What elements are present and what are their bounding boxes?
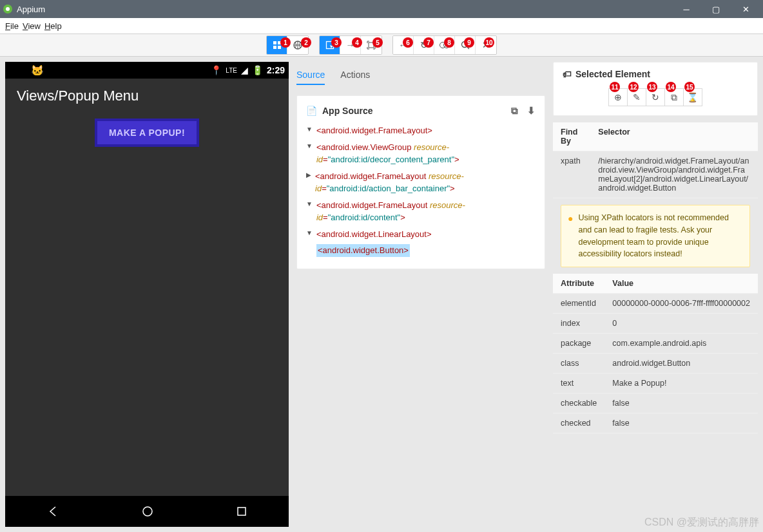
- tab-source[interactable]: Source: [296, 66, 325, 85]
- warning-text: Using XPath locators is not recommended …: [578, 212, 743, 260]
- table-row: checkablefalse: [553, 394, 758, 413]
- badge-5: 5: [372, 37, 383, 48]
- menu-help[interactable]: Help: [44, 21, 62, 31]
- selected-panel: 🏷Selected Element 11 12 13 14 15 ⊕ ✎ ↻ ⧉…: [553, 62, 758, 527]
- tab-actions[interactable]: Actions: [340, 66, 370, 85]
- nav-recent-icon[interactable]: [236, 506, 247, 517]
- th-selector: Selector: [590, 122, 758, 151]
- th-findby: Find By: [553, 122, 590, 151]
- window-titlebar: Appium ─ ▢ ✕: [0, 0, 763, 18]
- table-row: checkedfalse: [553, 413, 758, 433]
- device-screen[interactable]: 🐱 📍 LTE ◢ 🔋 2:29 Views/Popup Menu MAKE A…: [5, 62, 289, 527]
- battery-icon: 🔋: [252, 65, 263, 75]
- close-button[interactable]: ✕: [731, 0, 760, 18]
- svg-rect-13: [238, 508, 246, 515]
- selected-title: Selected Element: [575, 69, 650, 79]
- badge-13: 13: [647, 82, 657, 92]
- attribute-table: AttributeValue elementId00000000-0000-00…: [553, 274, 758, 433]
- table-row: elementId00000000-0000-0006-7fff-ffff000…: [553, 294, 758, 314]
- tree-node[interactable]: ▼<android.widget.FrameLayout resource-id…: [306, 199, 536, 224]
- android-status-bar: 🐱 📍 LTE ◢ 🔋 2:29: [5, 62, 289, 79]
- warning-icon: ●: [568, 212, 573, 260]
- nav-back-icon[interactable]: [46, 505, 59, 518]
- tree-node[interactable]: ▼<android.widget.LinearLayout>: [306, 228, 536, 241]
- copy-source-button[interactable]: ⧉: [511, 105, 518, 117]
- tag-icon: 🏷: [563, 69, 572, 79]
- screen-title: Views/Popup Menu: [5, 79, 289, 113]
- badge-2: 2: [301, 37, 311, 48]
- app-logo-icon: 🐱: [31, 64, 44, 77]
- badge-11: 11: [610, 82, 620, 92]
- make-popup-button[interactable]: MAKE A POPUP!: [95, 119, 199, 147]
- svg-rect-5: [278, 46, 281, 49]
- badge-1: 1: [280, 37, 291, 48]
- nav-home-icon[interactable]: [141, 505, 154, 518]
- source-card-title: App Source: [322, 106, 373, 116]
- badge-3: 3: [331, 37, 342, 48]
- network-label: LTE: [226, 67, 237, 74]
- tree-node[interactable]: ▼<android.view.ViewGroup resource-id="an…: [306, 141, 536, 166]
- tree-node[interactable]: ▼<android.widget.FrameLayout>: [306, 124, 536, 137]
- badge-15: 15: [684, 82, 695, 92]
- badge-10: 10: [484, 37, 494, 48]
- badge-6: 6: [403, 37, 413, 48]
- table-row: packagecom.example.android.apis: [553, 334, 758, 354]
- table-row: xpath /hierarchy/android.widget.FrameLay…: [553, 151, 758, 198]
- app-icon: [3, 4, 13, 14]
- badge-4: 4: [352, 37, 362, 48]
- signal-icon: ◢: [241, 65, 248, 75]
- badge-14: 14: [666, 82, 676, 92]
- watermark: CSDN @爱测试的高胖胖: [644, 516, 759, 529]
- source-panel: Source Actions 📄 App Source ⧉ ⬇ ▼<androi…: [289, 62, 553, 527]
- th-value: Value: [604, 274, 758, 294]
- locator-table: Find BySelector xpath /hierarchy/android…: [553, 122, 758, 198]
- maximize-button[interactable]: ▢: [701, 0, 731, 18]
- android-nav-bar: [5, 496, 289, 527]
- download-source-button[interactable]: ⬇: [527, 105, 536, 117]
- tree-node-selected[interactable]: <android.widget.Button>: [306, 244, 536, 257]
- xpath-warning: ● Using XPath locators is not recommende…: [561, 205, 750, 267]
- menu-view[interactable]: View: [23, 21, 41, 31]
- device-panel: 🐱 📍 LTE ◢ 🔋 2:29 Views/Popup Menu MAKE A…: [5, 62, 289, 527]
- file-icon: 📄: [306, 106, 317, 116]
- table-row: classandroid.widget.Button: [553, 354, 758, 374]
- findby-xpath: xpath: [553, 151, 590, 198]
- window-title: Appium: [17, 5, 45, 14]
- location-icon: 📍: [211, 65, 222, 75]
- clock: 2:29: [267, 65, 285, 75]
- svg-rect-2: [273, 41, 276, 44]
- table-row: index0: [553, 314, 758, 334]
- badge-8: 8: [444, 37, 454, 48]
- th-attribute: Attribute: [553, 274, 604, 294]
- badge-7: 7: [423, 37, 434, 48]
- table-row: textMake a Popup!: [553, 374, 758, 394]
- svg-point-12: [143, 507, 152, 516]
- menu-file[interactable]: File: [5, 21, 19, 31]
- tree-node[interactable]: ▶<android.widget.FrameLayout resource-id…: [306, 170, 536, 195]
- minimize-button[interactable]: ─: [671, 0, 701, 18]
- badge-12: 12: [628, 82, 639, 92]
- svg-rect-4: [273, 46, 276, 49]
- selector-xpath[interactable]: /hierarchy/android.widget.FrameLayout/an…: [590, 151, 758, 198]
- svg-point-1: [6, 7, 10, 11]
- badge-9: 9: [464, 37, 474, 48]
- menubar: File View Help: [0, 18, 763, 33]
- source-tree: ▼<android.widget.FrameLayout> ▼<android.…: [306, 124, 536, 257]
